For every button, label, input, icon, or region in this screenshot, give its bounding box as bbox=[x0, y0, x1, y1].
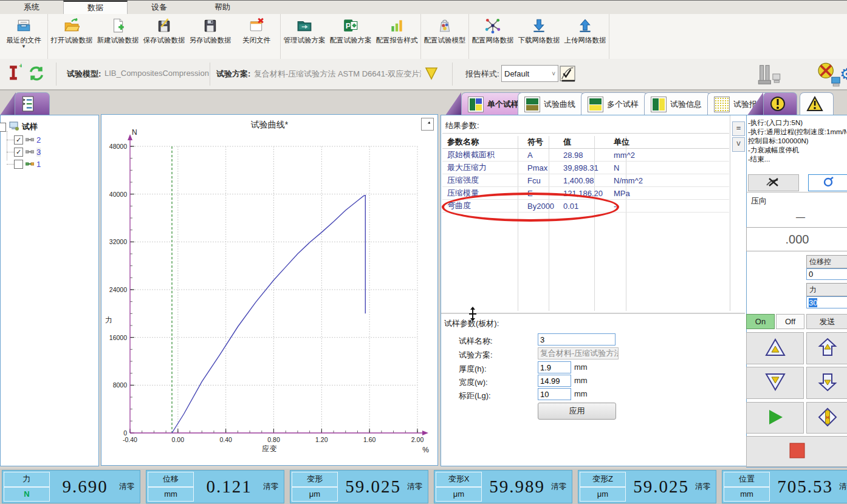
force-zero-button[interactable]: 清零 bbox=[119, 482, 140, 492]
gauge-length-input[interactable] bbox=[538, 388, 571, 400]
deformation-x-zero-button[interactable]: 清零 bbox=[551, 482, 572, 492]
menu-data[interactable]: 数据 bbox=[63, 1, 128, 15]
table-row[interactable]: 弯曲度By20000.01- bbox=[442, 200, 729, 213]
single-specimen-tab-icon bbox=[468, 97, 484, 112]
tab-test-curve[interactable]: 试验曲线 bbox=[518, 92, 585, 116]
computer-icon bbox=[9, 121, 19, 133]
jog-diamond-icon: H bbox=[817, 407, 838, 429]
tree-item[interactable]: 1 bbox=[14, 158, 41, 169]
item-checkbox[interactable] bbox=[14, 160, 23, 169]
send-button[interactable]: 发送 bbox=[806, 314, 847, 329]
jog-position-button[interactable]: H bbox=[806, 402, 847, 434]
hook-control-button[interactable] bbox=[808, 174, 847, 191]
save-icon bbox=[156, 18, 172, 33]
tree-root-label[interactable]: 试样 bbox=[22, 121, 38, 132]
deformation-zero-button[interactable]: 清零 bbox=[407, 482, 428, 492]
displacement-input[interactable] bbox=[806, 268, 847, 280]
specimen-name-input[interactable] bbox=[538, 333, 616, 346]
settings-gear-icon[interactable]: ⚙ bbox=[840, 65, 847, 84]
table-row[interactable]: 原始横截面积A28.98mm^2 bbox=[442, 149, 729, 162]
configure-test-model-button[interactable]: 配置试验模型 bbox=[422, 15, 468, 58]
table-row[interactable]: 压缩强度Fcu1,400.98N/mm^2 bbox=[442, 174, 729, 187]
splitter-grip[interactable]: = bbox=[732, 121, 745, 136]
filter-icon[interactable] bbox=[424, 66, 439, 83]
position-value: 705.53 bbox=[771, 477, 839, 497]
svg-text:0: 0 bbox=[123, 429, 127, 437]
stop-button[interactable] bbox=[746, 436, 847, 467]
root-checkbox[interactable] bbox=[0, 123, 6, 132]
svg-text:24000: 24000 bbox=[109, 286, 127, 293]
thickness-label: 厚度(h): bbox=[459, 364, 487, 375]
curve-settings-icon[interactable] bbox=[558, 64, 577, 85]
fast-up-button[interactable] bbox=[746, 332, 804, 364]
open-test-data-button[interactable]: 打开试验数据 bbox=[49, 15, 95, 58]
report-style-button[interactable]: 配置报告样式 bbox=[374, 15, 420, 58]
tree-item[interactable]: ✓ 2 bbox=[14, 134, 41, 145]
thickness-input[interactable] bbox=[538, 361, 571, 373]
slow-down-button[interactable] bbox=[806, 367, 847, 399]
tree-item[interactable]: ✓ 3 bbox=[14, 146, 41, 157]
configure-scheme-button[interactable]: P 配置试验方案 bbox=[327, 15, 374, 58]
slow-up-button[interactable] bbox=[806, 332, 847, 364]
recent-files-button[interactable]: 最近的文件 ▼ bbox=[1, 15, 47, 58]
close-file-button[interactable]: 关闭文件 bbox=[233, 15, 279, 58]
specimen-icon bbox=[26, 148, 34, 157]
deformation-z-zero-button[interactable]: 清零 bbox=[695, 482, 716, 492]
list-icon bbox=[21, 96, 35, 114]
menu-device[interactable]: 设备 bbox=[128, 1, 191, 15]
manage-scheme-button[interactable]: 管理试验方案 bbox=[281, 15, 327, 58]
force-control-label: 力 bbox=[806, 283, 847, 296]
specimen-name-label: 试样名称: bbox=[459, 336, 493, 347]
slow-up-icon bbox=[818, 338, 837, 359]
exclamation-circle-icon bbox=[770, 96, 786, 114]
network-offline-icon[interactable] bbox=[815, 63, 842, 89]
chart-panel: 试验曲线* N 力 应变 % -0.400.000.400.801.201.60… bbox=[101, 114, 438, 466]
recent-files-icon bbox=[16, 18, 32, 33]
tab-test-info[interactable]: 试验信息 bbox=[644, 92, 711, 116]
configure-network-data-button[interactable]: 配置网络数据 bbox=[470, 15, 516, 58]
position-zero-button[interactable]: 清零 bbox=[839, 482, 847, 492]
table-row[interactable]: 最大压缩力Pmax39,898.31N bbox=[442, 162, 729, 174]
ribbon-toolbar: 最近的文件 ▼ 打开试验数据 新建试验数据 保存试验数据 另存试验数据 bbox=[0, 14, 847, 60]
test-model-label: 试验模型: bbox=[67, 69, 101, 80]
on-button[interactable]: On bbox=[746, 314, 775, 329]
tab-alarms[interactable] bbox=[800, 92, 834, 116]
manual-adjust-button[interactable] bbox=[748, 174, 799, 191]
new-test-data-button[interactable]: 新建试验数据 bbox=[95, 15, 141, 58]
report-style-icon bbox=[389, 18, 405, 33]
download-network-data-button[interactable]: 下载网络数据 bbox=[516, 15, 562, 58]
tab-multiple-specimens[interactable]: 多个试样 bbox=[581, 92, 648, 116]
off-button[interactable]: Off bbox=[776, 314, 804, 329]
save-test-data-button[interactable]: 保存试验数据 bbox=[141, 15, 187, 58]
item-checkbox[interactable]: ✓ bbox=[14, 148, 23, 157]
machine-status-icon[interactable] bbox=[757, 64, 781, 87]
specimen-list-tab[interactable] bbox=[15, 92, 50, 116]
add-specimen-icon[interactable]: + bbox=[5, 63, 22, 86]
refresh-icon[interactable] bbox=[27, 64, 46, 85]
item-checkbox[interactable]: ✓ bbox=[14, 135, 23, 145]
width-input[interactable] bbox=[538, 375, 571, 387]
force-input[interactable]: 30 bbox=[806, 296, 847, 308]
menu-system[interactable]: 系统 bbox=[0, 1, 63, 15]
scroll-down-button[interactable]: v bbox=[732, 137, 745, 152]
deformation-z-readout: 变形Zμm 59.025 清零 bbox=[578, 470, 716, 503]
svg-text:8000: 8000 bbox=[113, 381, 128, 389]
results-table: 参数名称符号值单位 原始横截面积A28.98mm^2 最大压缩力Pmax39,8… bbox=[442, 136, 729, 311]
tab-single-specimen[interactable]: 单个试样 bbox=[461, 92, 527, 116]
save-as-test-data-button[interactable]: 另存试验数据 bbox=[187, 15, 233, 58]
upload-network-data-button[interactable]: 上传网络数据 bbox=[562, 15, 608, 58]
horizontal-splitter[interactable] bbox=[441, 313, 745, 314]
start-test-button[interactable] bbox=[746, 402, 804, 434]
report-style-dropdown[interactable]: Default ˅ bbox=[501, 65, 558, 82]
fast-down-button[interactable] bbox=[746, 367, 804, 399]
tree-root-row[interactable]: 试样 bbox=[0, 121, 38, 132]
table-row[interactable]: 压缩模量E121,186.20MPa bbox=[442, 187, 729, 200]
apply-button[interactable]: 应用 bbox=[538, 403, 616, 420]
tab-execution-status[interactable] bbox=[763, 92, 797, 116]
results-header-row: 参数名称符号值单位 bbox=[442, 136, 729, 149]
multiple-specimens-tab-icon bbox=[588, 97, 603, 112]
open-folder-icon bbox=[64, 18, 80, 33]
svg-text:1.20: 1.20 bbox=[315, 436, 328, 443]
displacement-zero-button[interactable]: 清零 bbox=[263, 482, 284, 492]
menu-help[interactable]: 帮助 bbox=[191, 1, 254, 15]
